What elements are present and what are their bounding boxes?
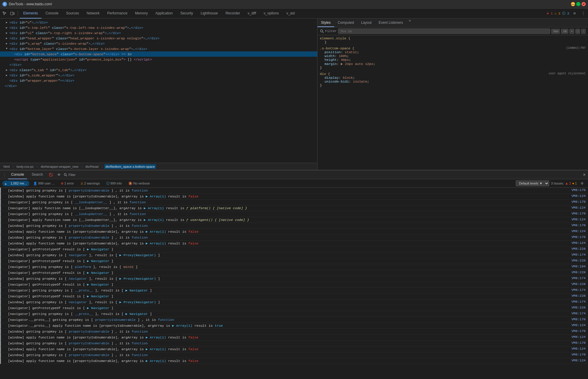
tab-security[interactable]: Security xyxy=(177,9,196,19)
show-live-expressions-button[interactable]: 👁 xyxy=(56,172,62,177)
tab-recorder[interactable]: Recorder xyxy=(222,9,243,19)
tree-node-wrapper-wrapper[interactable]: <div id="wrapper_wrapper"></div> xyxy=(0,78,317,83)
collapse-arrow[interactable]: ▶ xyxy=(6,37,9,40)
cls-button[interactable]: .cls xyxy=(561,29,568,34)
log-link[interactable]: VM8:124 xyxy=(569,194,586,198)
tree-node-ul[interactable]: ▶ <div id="ul" class="s-top-right s-isin… xyxy=(0,30,317,36)
tree-node-head-wrapper[interactable]: ▶ <div id="head_wrapper" class="head_wra… xyxy=(0,36,317,41)
breadcrumb-item-body[interactable]: body.cos-pc xyxy=(15,164,35,169)
tab-event-listeners[interactable]: Event Listeners xyxy=(375,19,406,27)
log-link[interactable]: VM8:124 xyxy=(569,241,586,245)
collapse-arrow[interactable]: ▼ xyxy=(6,47,9,50)
log-link[interactable]: VM8:124 xyxy=(569,206,586,209)
minimize-button[interactable]: — xyxy=(571,2,575,6)
log-link[interactable]: VM8:170 xyxy=(569,317,586,321)
drag-handle-icon[interactable]: ⋮ xyxy=(2,172,6,177)
log-link[interactable]: VM8:124 xyxy=(569,229,586,233)
tree-node-u[interactable]: ▶ <div id="u">…</div> xyxy=(0,20,317,25)
tab-voptions[interactable]: v_opitons xyxy=(260,9,282,19)
log-link[interactable]: VM8:170 xyxy=(569,353,586,356)
more-tabs-icon[interactable]: » xyxy=(406,19,413,27)
log-link[interactable]: VM8:194 xyxy=(569,264,586,268)
log-link[interactable]: VM8:124 xyxy=(569,217,586,221)
filter-all-messages[interactable]: ▶ 1,002 me... xyxy=(2,181,29,186)
copy-button[interactable]: □ xyxy=(575,29,580,34)
log-link[interactable]: VM8:170 xyxy=(569,341,586,345)
filter-warnings[interactable]: ⚠ 2 warnings xyxy=(78,181,103,186)
log-link[interactable]: VM8:124 xyxy=(569,347,586,351)
console-tab-search[interactable]: Search xyxy=(29,170,46,179)
log-link[interactable]: VM8:174 xyxy=(569,288,586,292)
log-link[interactable]: VM8:174 xyxy=(569,253,586,256)
tab-vast[interactable]: v_ast xyxy=(283,9,298,19)
log-link[interactable]: VM8:170 xyxy=(569,212,586,215)
add-style-button[interactable]: + xyxy=(569,29,574,34)
more-options-icon[interactable]: ⋮ xyxy=(580,10,587,17)
log-level-select[interactable]: Default levels ▼ xyxy=(516,180,549,186)
log-link[interactable]: VM8:174 xyxy=(569,300,586,303)
tab-application[interactable]: Application xyxy=(152,9,176,19)
collapse-arrow[interactable]: ▶ xyxy=(6,21,9,24)
log-link[interactable]: VM8:170 xyxy=(569,188,586,192)
filter-errors[interactable]: ⊗ 1 error xyxy=(58,181,76,186)
tab-lighthouse[interactable]: Lighthouse xyxy=(197,9,221,19)
log-link[interactable]: VM8:228 xyxy=(569,270,586,274)
settings-icon[interactable]: ⚙ xyxy=(571,10,578,17)
cursor-pointer-icon[interactable] xyxy=(1,10,8,17)
filter-verbose[interactable]: 🔕 No verbose xyxy=(126,181,152,186)
tree-node-s-side-wrapper[interactable]: ▶ <div id="s_side_wrapper">…</div> xyxy=(0,73,317,78)
tab-styles[interactable]: Styles xyxy=(317,19,334,27)
log-link[interactable]: VM8:174 xyxy=(569,276,586,280)
tab-computed[interactable]: Computed xyxy=(334,19,357,27)
log-link[interactable]: VM8:228 xyxy=(569,306,586,309)
log-link[interactable]: VM8:228 xyxy=(569,282,586,286)
breadcrumb-item-html[interactable]: html xyxy=(2,164,11,169)
tree-node-bottom-layer[interactable]: ▼ <div id="bottom_layer" class="s-bottom… xyxy=(0,46,317,51)
log-link[interactable]: VM8:124 xyxy=(569,323,586,327)
device-toggle-icon[interactable] xyxy=(9,10,16,17)
tab-sources[interactable]: Sources xyxy=(63,9,83,19)
tree-node-close-div[interactable]: </div> xyxy=(0,62,317,67)
elements-tree[interactable]: ▶ <div id="u">…</div> ▶ <div id="s-top-l… xyxy=(0,19,317,163)
tree-node-s-top-left[interactable]: ▶ <div id="s-top-left" class="s-top-left… xyxy=(0,25,317,30)
tree-node-final-close[interactable]: </div> xyxy=(0,83,317,88)
tree-node-s-tab[interactable]: ▶ <div class="s_tab " id="s_tab">…</div> xyxy=(0,67,317,73)
tab-elements[interactable]: Elements xyxy=(20,9,41,19)
filter-info[interactable]: ⓘ 999 info xyxy=(104,180,125,187)
close-console-button[interactable]: × xyxy=(583,172,586,177)
tab-layout[interactable]: Layout xyxy=(357,19,375,27)
log-link[interactable]: VM8:170 xyxy=(569,329,586,333)
log-link[interactable]: VM8:170 xyxy=(569,200,586,204)
breadcrumb-item-wrapper[interactable]: div#wrapper.wrapper_new xyxy=(40,164,80,169)
styles-filter-input[interactable] xyxy=(338,28,550,34)
up-button[interactable]: ↑ xyxy=(581,29,586,34)
collapse-arrow[interactable]: ▶ xyxy=(6,26,9,29)
tab-memory[interactable]: Memory xyxy=(132,9,151,19)
collapse-arrow[interactable]: ▶ xyxy=(6,42,9,45)
console-tab-console[interactable]: Console xyxy=(8,170,27,179)
breadcrumb-item-head[interactable]: div#head xyxy=(84,164,100,169)
clear-console-button[interactable]: 🚫 xyxy=(48,172,54,177)
tab-vdiff[interactable]: v_diff xyxy=(244,9,259,19)
collapse-arrow[interactable]: ▶ xyxy=(6,31,9,35)
tree-node-s-wrap[interactable]: ▶ <div id="s_wrap" class="s-isindex-wrap… xyxy=(0,41,317,46)
close-button[interactable]: × xyxy=(582,2,586,6)
tab-performance[interactable]: Performance xyxy=(104,9,131,19)
log-link[interactable]: VM8:228 xyxy=(569,294,586,298)
tab-console[interactable]: Console xyxy=(42,9,62,19)
tree-node-script[interactable]: <script type="application/json" id="prom… xyxy=(0,57,317,62)
log-link[interactable]: VM8:170 xyxy=(569,235,586,239)
maximize-button[interactable]: □ xyxy=(576,2,580,6)
collapse-arrow[interactable]: ▶ xyxy=(6,74,9,77)
log-link[interactable]: VM8:124 xyxy=(569,358,586,362)
breadcrumb-item-active[interactable]: div#bottom_space.s-bottom-space xyxy=(104,164,156,169)
log-link[interactable]: VM8:174 xyxy=(569,311,586,315)
tree-node-bottom-space[interactable]: <div id="bottom_space" class="s-bottom-s… xyxy=(0,51,317,57)
hov-button[interactable]: :hov xyxy=(551,29,560,34)
log-link[interactable]: VM8:228 xyxy=(569,259,586,262)
filter-user[interactable]: 👤 999 user ... xyxy=(31,181,57,186)
log-link[interactable]: VM8:170 xyxy=(569,223,586,227)
tab-network[interactable]: Network xyxy=(83,9,103,19)
log-link[interactable]: VM8:124 xyxy=(569,335,586,339)
issues-settings-icon[interactable]: ⚙ xyxy=(579,180,586,187)
